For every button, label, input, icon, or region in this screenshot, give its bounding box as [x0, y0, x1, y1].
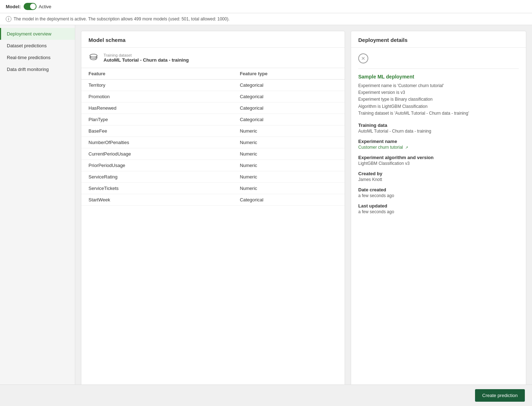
- deployment-icon: ✕: [358, 53, 368, 63]
- feature-name-cell: NumberOfPenalties: [81, 137, 233, 148]
- feature-type-cell: Numeric: [233, 148, 345, 160]
- table-row: PromotionCategorical: [81, 91, 345, 102]
- feature-name-cell: PriorPeriodUsage: [81, 160, 233, 171]
- main-layout: Deployment overview Dataset predictions …: [0, 25, 532, 402]
- training-data-label: Training data: [358, 123, 519, 128]
- info-bar: i The model in the deployment is active.…: [0, 13, 532, 25]
- feature-type-cell: Numeric: [233, 137, 345, 148]
- toggle-status: Active: [39, 4, 51, 9]
- feature-type-cell: Categorical: [233, 114, 345, 125]
- feature-col-header: Feature: [81, 68, 233, 80]
- description-line: Algorithm is LightGBM Classification: [358, 103, 519, 110]
- content-area: Model schema Training dataset AutoML Tut…: [75, 25, 532, 402]
- created-by-section: Created by James Knott: [358, 171, 519, 182]
- model-toggle[interactable]: [24, 3, 37, 10]
- sidebar-item-data-drift[interactable]: Data drift monitoring: [0, 63, 75, 75]
- experiment-name-label: Experiment name: [358, 139, 519, 144]
- table-row: HasRenewedCategorical: [81, 102, 345, 114]
- experiment-algo-section: Experiment algorithm and version LightGB…: [358, 155, 519, 166]
- created-by-label: Created by: [358, 171, 519, 176]
- experiment-name-link[interactable]: Customer churn tutorial: [358, 145, 403, 150]
- experiment-name-value: Customer churn tutorial ↗: [358, 145, 519, 150]
- info-message: The model in the deployment is active. T…: [14, 16, 230, 22]
- deployment-details-body: ✕ Sample ML deployment Experiment name i…: [351, 48, 526, 225]
- feature-name-cell: BaseFee: [81, 125, 233, 137]
- training-dataset-label: Training dataset: [104, 53, 189, 57]
- table-row: CurrentPeriodUsageNumeric: [81, 148, 345, 160]
- experiment-algo-value: LightGBM Classification v3: [358, 161, 519, 166]
- table-row: ServiceTicketsNumeric: [81, 183, 345, 194]
- feature-name-cell: Promotion: [81, 91, 233, 102]
- model-schema-title: Model schema: [81, 31, 345, 48]
- toggle-wrapper: Active: [24, 3, 51, 10]
- feature-table: Feature Feature type TerritoryCategorica…: [81, 68, 345, 206]
- sidebar-nav: Deployment overview Dataset predictions …: [0, 28, 75, 75]
- feature-type-col-header: Feature type: [233, 68, 345, 80]
- deployment-details-panel: Deployment details ✕ Sample ML deploymen…: [351, 31, 526, 396]
- experiment-name-section: Experiment name Customer churn tutorial …: [358, 139, 519, 150]
- table-row: NumberOfPenaltiesNumeric: [81, 137, 345, 148]
- top-bar: Model: Active: [0, 0, 532, 13]
- feature-name-cell: Territory: [81, 80, 233, 91]
- deployment-description: Experiment name is 'Customer churn tutor…: [358, 82, 519, 117]
- feature-name-cell: CurrentPeriodUsage: [81, 148, 233, 160]
- info-icon: i: [6, 16, 11, 22]
- date-created-value: a few seconds ago: [358, 193, 519, 198]
- feature-name-cell: ServiceTickets: [81, 183, 233, 194]
- created-by-value: James Knott: [358, 177, 519, 182]
- feature-type-cell: Categorical: [233, 102, 345, 114]
- last-updated-section: Last updated a few seconds ago: [358, 203, 519, 214]
- sidebar-item-dataset-predictions[interactable]: Dataset predictions: [0, 40, 75, 52]
- training-dataset-section: Training dataset AutoML Tutorial - Churn…: [81, 48, 345, 68]
- training-data-section: Training data AutoML Tutorial - Churn da…: [358, 123, 519, 134]
- feature-type-cell: Categorical: [233, 194, 345, 206]
- feature-type-cell: Numeric: [233, 125, 345, 137]
- dep-icon-row: ✕: [358, 53, 519, 69]
- feature-type-cell: Numeric: [233, 171, 345, 183]
- feature-name-cell: HasRenewed: [81, 102, 233, 114]
- date-created-section: Date created a few seconds ago: [358, 187, 519, 198]
- svg-point-0: [90, 54, 97, 57]
- table-row: PlanTypeCategorical: [81, 114, 345, 125]
- sidebar-item-deployment-overview[interactable]: Deployment overview: [0, 28, 75, 40]
- description-line: Experiment name is 'Customer churn tutor…: [358, 82, 519, 89]
- deployment-name: Sample ML deployment: [358, 74, 519, 80]
- training-dataset-name: AutoML Tutorial - Churn data - training: [104, 57, 189, 63]
- date-created-label: Date created: [358, 187, 519, 192]
- table-row: BaseFeeNumeric: [81, 125, 345, 137]
- table-row: TerritoryCategorical: [81, 80, 345, 91]
- training-data-value: AutoML Tutorial - Churn data - training: [358, 129, 519, 134]
- feature-table-wrapper: Feature Feature type TerritoryCategorica…: [81, 68, 345, 396]
- last-updated-label: Last updated: [358, 203, 519, 209]
- description-line: Experiment version is v3: [358, 89, 519, 96]
- db-svg: [88, 53, 99, 63]
- table-row: StartWeekCategorical: [81, 194, 345, 206]
- feature-name-cell: ServiceRating: [81, 171, 233, 183]
- sidebar: Deployment overview Dataset predictions …: [0, 25, 75, 402]
- feature-type-cell: Categorical: [233, 80, 345, 91]
- training-dataset-info: Training dataset AutoML Tutorial - Churn…: [104, 53, 189, 63]
- table-row: ServiceRatingNumeric: [81, 171, 345, 183]
- feature-type-cell: Categorical: [233, 91, 345, 102]
- experiment-link-ext-icon: ↗: [405, 145, 408, 149]
- table-row: PriorPeriodUsageNumeric: [81, 160, 345, 171]
- feature-type-cell: Numeric: [233, 183, 345, 194]
- description-line: Experiment type is Binary classification: [358, 96, 519, 103]
- sidebar-item-realtime-predictions[interactable]: Real-time predictions: [0, 52, 75, 63]
- description-line: Training dataset is 'AutoML Tutorial - C…: [358, 110, 519, 117]
- feature-type-cell: Numeric: [233, 160, 345, 171]
- feature-name-cell: StartWeek: [81, 194, 233, 206]
- create-prediction-button[interactable]: Create prediction: [475, 389, 525, 402]
- last-updated-value: a few seconds ago: [358, 209, 519, 214]
- experiment-algo-label: Experiment algorithm and version: [358, 155, 519, 160]
- feature-name-cell: PlanType: [81, 114, 233, 125]
- bottom-bar: Create prediction: [0, 384, 532, 406]
- model-schema-panel: Model schema Training dataset AutoML Tut…: [81, 31, 345, 396]
- deployment-details-title: Deployment details: [351, 31, 526, 48]
- model-label: Model:: [6, 4, 21, 9]
- database-icon: [88, 52, 100, 63]
